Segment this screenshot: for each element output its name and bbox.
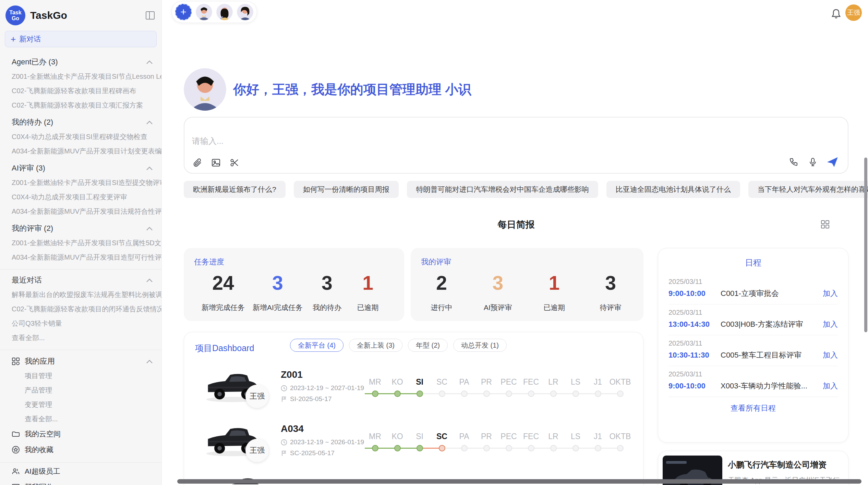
list-item[interactable]: C02-飞腾新能源轻客改款项目里程碑画布 [0, 84, 161, 98]
project-date-range: 2023-12-19 ~ 2026-01-19 [290, 438, 364, 446]
milestone-label: PEC [497, 432, 520, 441]
sidebar: Task Go TaskGo + 新对话 Agent已办 (3) Z001-全新… [0, 0, 162, 485]
milestone-node [528, 445, 534, 451]
section-my-review[interactable]: 我的评审 (2) [0, 219, 161, 236]
sidebar-item-favorites[interactable]: 我的收藏 [0, 442, 161, 458]
view-all-chats[interactable]: 查看全部... [0, 331, 161, 345]
chat-input[interactable] [192, 136, 706, 146]
stat-item: 3 新增AI完成任务 [253, 271, 303, 312]
list-item[interactable]: Z001-全新燃油轻卡产品开发项目SI造型提交物评审 [0, 175, 161, 190]
tab-new-platform[interactable]: 全新平台 (4) [290, 339, 343, 352]
schedule-title: 日程 [668, 257, 838, 268]
section-title: 我的待办 (2) [12, 117, 53, 127]
view-all-schedule-link[interactable]: 查看所有日程 [668, 397, 838, 420]
list-item[interactable]: C0X4-动力总成开发项目SI里程碑提交物检查 [0, 129, 161, 144]
app-title: TaskGo [30, 10, 146, 21]
list-item[interactable]: C02-飞腾新能源轻客改款项目立项汇报方案 [0, 98, 161, 112]
list-item[interactable]: A034-全新新能源MUV产品开发项目造型可行性评审 [0, 250, 161, 264]
stat-item: 3 待评审 [594, 271, 627, 312]
list-item[interactable]: A034-全新新能源MUV产品开发项目计划变更表编写 [0, 144, 161, 158]
project-code[interactable]: Z001 [281, 369, 303, 380]
list-item[interactable]: C0X4-动力总成开发项目工程变更评审 [0, 190, 161, 204]
collapse-sidebar-icon[interactable] [146, 11, 155, 20]
send-icon[interactable] [827, 157, 838, 167]
suggestion-chip[interactable]: 欧洲新规最近颁布了什么? [184, 181, 286, 198]
milestone-node [461, 445, 468, 451]
join-button[interactable]: 加入 [823, 319, 838, 329]
tab-year-model[interactable]: 年型 (2) [408, 339, 448, 352]
milestone-node [461, 390, 468, 397]
image-icon[interactable] [211, 158, 221, 167]
horizontal-scrollbar[interactable] [177, 479, 861, 484]
divider [0, 350, 161, 350]
sidebar-item-help-write[interactable]: 帮我写作 [0, 479, 161, 485]
phone-icon[interactable] [789, 157, 798, 167]
list-item[interactable]: A034-全新新能源MUV产品开发项目法规符合性评审 [0, 204, 161, 219]
suggestion-chip[interactable]: 如何写一份清晰的项目周报 [294, 181, 399, 198]
milestone-label: PA [453, 377, 475, 387]
sidebar-item-cloud-space[interactable]: 我的云空间 [0, 426, 161, 442]
microphone-icon[interactable] [808, 157, 818, 167]
sidebar-item-change-mgmt[interactable]: 变更管理 [0, 397, 161, 412]
notifications-bell-icon[interactable] [831, 8, 841, 19]
chevron-up-icon[interactable] [146, 360, 153, 363]
new-chat-button[interactable]: + 新对话 [5, 31, 157, 47]
suggestion-chip[interactable]: 当下年轻人对汽车外观有怎样的喜好趋势 [748, 181, 868, 198]
suggestion-chip[interactable]: 特朗普可能对进口汽车增税会对中国车企造成哪些影响 [407, 181, 598, 198]
milestone-node [617, 445, 624, 451]
apps-grid-icon [12, 357, 20, 365]
section-agent-done[interactable]: Agent已办 (3) [0, 52, 161, 69]
section-ai-review[interactable]: AI评审 (3) [0, 158, 161, 175]
chevron-up-icon[interactable] [146, 166, 153, 170]
milestone-label: SI [408, 377, 431, 387]
milestone-label: OKTB [609, 377, 631, 387]
list-item[interactable]: 公司Q3轻卡销量 [0, 316, 161, 331]
milestone-label: KO [386, 432, 409, 441]
chevron-up-icon[interactable] [146, 60, 153, 64]
milestone-node [417, 445, 423, 451]
app-window: Task Go TaskGo + 新对话 Agent已办 (3) Z001-全新… [0, 0, 868, 485]
sidebar-item-my-apps[interactable]: 我的应用 [0, 351, 161, 369]
chevron-up-icon[interactable] [146, 227, 153, 231]
greeting-text: 你好，王强，我是你的项目管理助理 小识 [233, 81, 471, 98]
list-item[interactable]: 解释最新出台的欧盟报废车法规再生塑料比例被调至15%... [0, 287, 161, 302]
chevron-up-icon[interactable] [146, 121, 153, 124]
section-recent-chats[interactable]: 最近对话 [0, 270, 161, 287]
vertical-scrollbar[interactable] [864, 158, 867, 332]
join-button[interactable]: 加入 [823, 288, 838, 299]
add-session-button[interactable]: + [175, 4, 192, 20]
schedule-item: 2025/03/11 9:00-10:00 C001-立项审批会 加入 [668, 274, 838, 304]
avatar[interactable] [237, 4, 253, 20]
list-item[interactable]: Z001-全新燃油皮卡产品开发项目SI节点Lesson Learn报告 [0, 69, 161, 84]
milestone-node [439, 390, 445, 397]
new-chat-label: 新对话 [19, 34, 41, 44]
greeting-block: 你好，王强，我是你的项目管理助理 小识 [184, 68, 471, 111]
schedule-item: 2025/03/11 13:00-14:30 C003|H0B-方案冻结评审 加… [668, 304, 838, 335]
divider [0, 462, 161, 463]
scissors-icon[interactable] [230, 158, 239, 167]
user-avatar[interactable]: 王强 [845, 4, 862, 21]
clock-icon [281, 439, 287, 446]
avatar[interactable] [196, 4, 212, 20]
suggestion-chip[interactable]: 比亚迪全固态电池计划具体说了什么 [606, 181, 740, 198]
milestone-label: LR [542, 432, 565, 441]
milestone-label: MR [364, 432, 386, 441]
view-all-apps[interactable]: 查看全部... [0, 412, 161, 426]
project-code[interactable]: A034 [281, 423, 304, 434]
layout-grid-icon[interactable] [821, 220, 830, 229]
sidebar-item-project-mgmt[interactable]: 项目管理 [0, 369, 161, 383]
chevron-up-icon[interactable] [146, 278, 153, 282]
list-item[interactable]: Z001-全新燃油轻卡产品开发项目SI节点属性5D文件评审 [0, 236, 161, 250]
logo-line1: Task [9, 10, 21, 15]
tab-new-body[interactable]: 全新上装 (3) [349, 339, 402, 352]
avatar[interactable] [216, 4, 233, 20]
list-item[interactable]: C02-飞腾新能源轻客改款项目的闭环通告反馈情况 [0, 302, 161, 316]
schedule-time: 9:00-10:00 [668, 289, 721, 298]
tab-powertrain[interactable]: 动总开发 (1) [453, 339, 507, 352]
sidebar-item-ai-employee[interactable]: AI超级员工 [0, 463, 161, 479]
join-button[interactable]: 加入 [823, 350, 838, 360]
join-button[interactable]: 加入 [823, 381, 838, 391]
section-my-todo[interactable]: 我的待办 (2) [0, 112, 161, 129]
attachment-icon[interactable] [193, 158, 202, 167]
sidebar-item-product-mgmt[interactable]: 产品管理 [0, 383, 161, 397]
